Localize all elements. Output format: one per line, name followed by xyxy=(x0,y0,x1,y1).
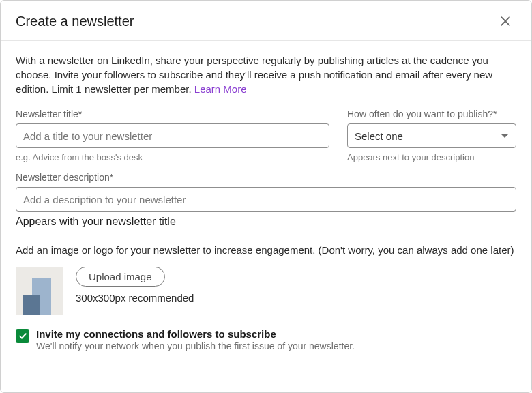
title-label: Newsletter title* xyxy=(16,108,329,119)
invite-row: Invite my connections and followers to s… xyxy=(16,328,516,351)
chevron-down-icon xyxy=(501,134,509,138)
frequency-selected-text: Select one xyxy=(355,130,403,142)
frequency-hint: Appears next to your description xyxy=(347,152,516,162)
create-newsletter-modal: Create a newsletter With a newsletter on… xyxy=(0,0,532,393)
newsletter-title-input[interactable] xyxy=(16,123,329,148)
description-field-group: Newsletter description* Appears with you… xyxy=(16,172,516,228)
image-placeholder-thumb xyxy=(16,267,63,315)
intro-text: With a newsletter on LinkedIn, share you… xyxy=(16,53,516,96)
invite-checkbox[interactable] xyxy=(16,329,29,343)
invite-title: Invite my connections and followers to s… xyxy=(36,328,355,340)
image-upload-row: Upload image 300x300px recommended xyxy=(16,267,516,315)
image-size-recommended: 300x300px recommended xyxy=(76,292,194,304)
invite-text-block: Invite my connections and followers to s… xyxy=(36,328,355,351)
description-label: Newsletter description* xyxy=(16,172,516,183)
title-hint: e.g. Advice from the boss's desk xyxy=(16,152,329,162)
placeholder-bar-icon xyxy=(23,295,40,315)
modal-body: With a newsletter on LinkedIn, share you… xyxy=(1,41,531,392)
modal-header: Create a newsletter xyxy=(1,1,531,41)
frequency-label: How often do you want to publish?* xyxy=(347,108,516,119)
frequency-select[interactable]: Select one xyxy=(347,123,516,148)
title-field-group: Newsletter title* e.g. Advice from the b… xyxy=(16,108,329,162)
frequency-field-group: How often do you want to publish?* Selec… xyxy=(347,108,516,162)
description-appears-text: Appears with your newsletter title xyxy=(16,216,516,228)
checkmark-icon xyxy=(18,332,27,340)
learn-more-link[interactable]: Learn More xyxy=(194,83,247,95)
upload-image-button[interactable]: Upload image xyxy=(76,267,165,287)
invite-subtext: We'll notify your network when you publi… xyxy=(36,340,355,351)
modal-title: Create a newsletter xyxy=(16,14,134,29)
upload-column: Upload image 300x300px recommended xyxy=(76,267,194,304)
intro-body: With a newsletter on LinkedIn, share you… xyxy=(16,55,492,95)
image-prompt-text: Add an image or logo for your newsletter… xyxy=(16,243,516,257)
title-frequency-row: Newsletter title* e.g. Advice from the b… xyxy=(16,108,516,162)
newsletter-description-input[interactable] xyxy=(16,187,516,212)
close-icon xyxy=(499,14,512,28)
close-button[interactable] xyxy=(494,10,516,32)
